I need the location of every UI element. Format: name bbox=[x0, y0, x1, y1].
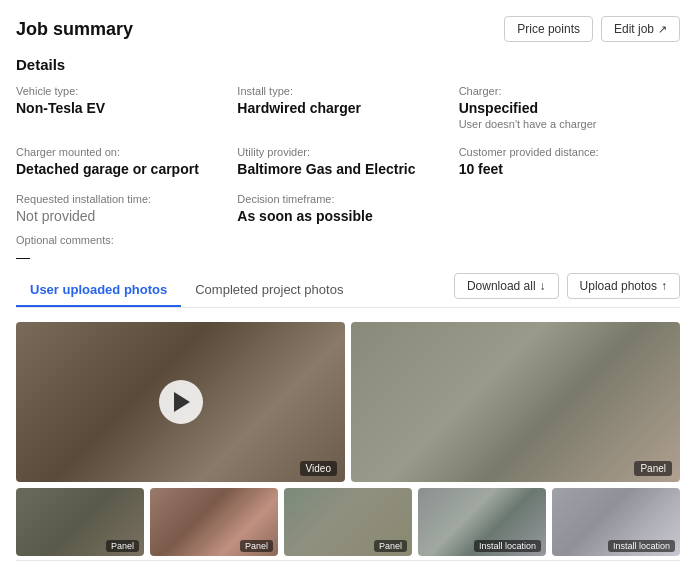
thumb-1[interactable]: Panel bbox=[16, 488, 144, 556]
install-type-cell: Install type: Hardwired charger bbox=[237, 85, 458, 130]
utility-provider-label: Utility provider: bbox=[237, 146, 448, 158]
main-photo-video[interactable]: Video bbox=[16, 322, 345, 482]
install-type-value: Hardwired charger bbox=[237, 100, 448, 116]
charger-value: Unspecified bbox=[459, 100, 670, 116]
video-badge: Video bbox=[300, 461, 337, 476]
comments-value: — bbox=[16, 249, 670, 265]
customer-distance-label: Customer provided distance: bbox=[459, 146, 670, 158]
play-button[interactable] bbox=[159, 380, 203, 424]
decision-cell: Decision timeframe: As soon as possible bbox=[237, 193, 458, 224]
price-points-button[interactable]: Price points bbox=[504, 16, 593, 42]
install-type-label: Install type: bbox=[237, 85, 448, 97]
thumb-4-badge: Install location bbox=[474, 540, 541, 552]
video-placeholder bbox=[16, 322, 345, 482]
details-title: Details bbox=[16, 56, 680, 73]
page: Job summary Price points Edit job ↗ Deta… bbox=[0, 0, 696, 567]
upload-photos-button[interactable]: Upload photos ↑ bbox=[567, 273, 680, 299]
thumb-5-badge: Install location bbox=[608, 540, 675, 552]
edit-job-button[interactable]: Edit job ↗ bbox=[601, 16, 680, 42]
tab-user-photos[interactable]: User uploaded photos bbox=[16, 274, 181, 307]
customer-distance-value: 10 feet bbox=[459, 161, 670, 177]
thumbnail-grid: Panel Panel Panel Install location Insta… bbox=[16, 488, 680, 556]
install-time-label: Requested installation time: bbox=[16, 193, 227, 205]
utility-provider-value: Baltimore Gas and Electric bbox=[237, 161, 448, 177]
thumb-2[interactable]: Panel bbox=[150, 488, 278, 556]
play-icon bbox=[174, 392, 190, 412]
thumb-2-badge: Panel bbox=[240, 540, 273, 552]
charger-mounted-cell: Charger mounted on: Detached garage or c… bbox=[16, 146, 237, 177]
header-buttons: Price points Edit job ↗ bbox=[504, 16, 680, 42]
install-time-cell: Requested installation time: Not provide… bbox=[16, 193, 237, 224]
tab-action-buttons: Download all ↓ Upload photos ↑ bbox=[454, 273, 680, 307]
panel-badge: Panel bbox=[634, 461, 672, 476]
decision-value: As soon as possible bbox=[237, 208, 448, 224]
charger-subvalue: User doesn't have a charger bbox=[459, 118, 670, 130]
tab-completed-photos[interactable]: Completed project photos bbox=[181, 274, 357, 307]
thumb-4[interactable]: Install location bbox=[418, 488, 546, 556]
charger-label: Charger: bbox=[459, 85, 670, 97]
thumb-3[interactable]: Panel bbox=[284, 488, 412, 556]
decision-label: Decision timeframe: bbox=[237, 193, 448, 205]
job-summary-header: Job summary Price points Edit job ↗ bbox=[16, 16, 680, 42]
comments-cell: Optional comments: — bbox=[16, 234, 680, 265]
main-photo-panel[interactable]: Panel bbox=[351, 322, 680, 482]
customer-distance-cell: Customer provided distance: 10 feet bbox=[459, 146, 680, 177]
charger-cell: Charger: Unspecified User doesn't have a… bbox=[459, 85, 680, 130]
page-title: Job summary bbox=[16, 19, 133, 40]
download-icon: ↓ bbox=[540, 279, 546, 293]
external-link-icon: ↗ bbox=[658, 23, 667, 36]
vehicle-type-label: Vehicle type: bbox=[16, 85, 227, 97]
tabs-row: User uploaded photos Completed project p… bbox=[16, 273, 680, 308]
details-grid: Vehicle type: Non-Tesla EV Install type:… bbox=[16, 85, 680, 224]
vehicle-type-cell: Vehicle type: Non-Tesla EV bbox=[16, 85, 237, 130]
utility-provider-cell: Utility provider: Baltimore Gas and Elec… bbox=[237, 146, 458, 177]
additional-notes: Additional notes bbox=[16, 560, 680, 567]
upload-icon: ↑ bbox=[661, 279, 667, 293]
comments-label: Optional comments: bbox=[16, 234, 670, 246]
details-section: Details Vehicle type: Non-Tesla EV Insta… bbox=[16, 56, 680, 265]
charger-mounted-value: Detached garage or carport bbox=[16, 161, 227, 177]
download-all-button[interactable]: Download all ↓ bbox=[454, 273, 559, 299]
thumb-5[interactable]: Install location bbox=[552, 488, 680, 556]
charger-mounted-label: Charger mounted on: bbox=[16, 146, 227, 158]
install-time-value: Not provided bbox=[16, 208, 227, 224]
thumb-1-badge: Panel bbox=[106, 540, 139, 552]
photo-tabs: User uploaded photos Completed project p… bbox=[16, 274, 357, 307]
vehicle-type-value: Non-Tesla EV bbox=[16, 100, 227, 116]
main-photos-grid: Video Panel bbox=[16, 322, 680, 482]
thumb-3-badge: Panel bbox=[374, 540, 407, 552]
